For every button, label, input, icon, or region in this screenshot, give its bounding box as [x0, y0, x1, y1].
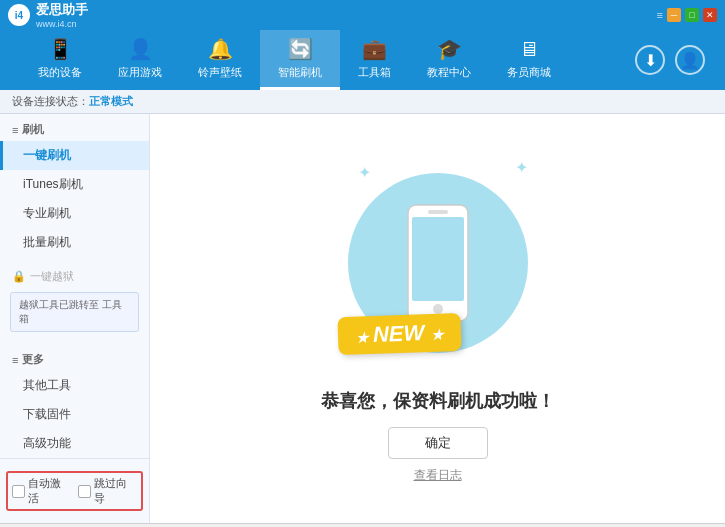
- nav-smart-flash[interactable]: 🔄 智能刷机: [260, 30, 340, 90]
- section-flash-title: ≡ 刷机: [0, 114, 149, 141]
- nav-my-device[interactable]: 📱 我的设备: [20, 30, 100, 90]
- section-more-title: ≡ 更多: [0, 344, 149, 371]
- nav-toolbox[interactable]: 💼 工具箱: [340, 30, 409, 90]
- jailbreak-notice: 越狱工具已跳转至 工具箱: [10, 292, 139, 332]
- device-row: 📱 iPhone 15 Pro Max 512GB iPhone: [0, 515, 149, 523]
- guide-activate-checkbox[interactable]: 跳过向导: [78, 476, 138, 506]
- toolbox-icon: 💼: [362, 37, 387, 61]
- success-illustration: ✦ ✦ NEW: [328, 153, 548, 373]
- sidebar-one-key-flash[interactable]: 一键刷机: [0, 141, 149, 170]
- apps-icon: 👤: [128, 37, 153, 61]
- smart-flash-icon: 🔄: [288, 37, 313, 61]
- sparkle-1: ✦: [358, 163, 371, 182]
- sidebar-advanced[interactable]: 高级功能: [0, 429, 149, 458]
- sidebar-bottom-area: 自动激活 跳过向导 📱 iPhone 15 Pro Max 512GB iPho…: [0, 458, 149, 523]
- activate-options-row: 自动激活 跳过向导: [6, 471, 143, 511]
- nav-bar: 📱 我的设备 👤 应用游戏 🔔 铃声壁纸 🔄 智能刷机 💼 工具箱 🎓 教程中心…: [0, 30, 725, 90]
- sparkle-2: ✦: [515, 158, 528, 177]
- svg-rect-1: [412, 217, 464, 301]
- ok-button[interactable]: 确定: [388, 427, 488, 459]
- sidebar-batch-flash[interactable]: 批量刷机: [0, 228, 149, 257]
- system-bar: i4 爱思助手 www.i4.cn ≡ ─ □ ✕: [0, 0, 725, 30]
- flash-section-icon: ≡: [12, 124, 18, 136]
- sidebar-itunes-flash[interactable]: iTunes刷机: [0, 170, 149, 199]
- device-info: iPhone 15 Pro Max 512GB iPhone: [36, 521, 139, 523]
- logo-area: i4 爱思助手 www.i4.cn: [8, 1, 88, 29]
- sidebar-pro-flash[interactable]: 专业刷机: [0, 199, 149, 228]
- main-panel: ✦ ✦ NEW 恭喜您，保资料刷机成功啦！ 确定 查看日志: [150, 114, 725, 523]
- auto-activate-checkbox[interactable]: 自动激活: [12, 476, 72, 506]
- sidebar-download-fw[interactable]: 下载固件: [0, 400, 149, 429]
- svg-point-2: [433, 304, 443, 314]
- nav-ringtone[interactable]: 🔔 铃声壁纸: [180, 30, 260, 90]
- minimize-button[interactable]: ─: [667, 8, 681, 22]
- content-area: ≡ 刷机 一键刷机 iTunes刷机 专业刷机 批量刷机 🔒 一键越狱 越狱工具…: [0, 114, 725, 523]
- success-message: 恭喜您，保资料刷机成功啦！: [321, 389, 555, 413]
- device-name: iPhone 15 Pro Max: [36, 521, 139, 523]
- tutorial-icon: 🎓: [437, 37, 462, 61]
- sidebar-other-tools[interactable]: 其他工具: [0, 371, 149, 400]
- account-button[interactable]: 👤: [675, 45, 705, 75]
- nav-apps[interactable]: 👤 应用游戏: [100, 30, 180, 90]
- window-controls: ≡ ─ □ ✕: [657, 8, 717, 22]
- close-button[interactable]: ✕: [703, 8, 717, 22]
- nav-tutorial[interactable]: 🎓 教程中心: [409, 30, 489, 90]
- my-device-icon: 📱: [48, 37, 73, 61]
- guide-activate-check[interactable]: [78, 485, 91, 498]
- svg-rect-3: [428, 210, 448, 214]
- new-badge: NEW: [337, 313, 462, 355]
- logo-icon: i4: [8, 4, 30, 26]
- more-section-icon: ≡: [12, 354, 18, 366]
- service-icon: 🖥: [519, 38, 539, 61]
- nav-right-area: ⬇ 👤: [635, 30, 705, 90]
- status-bar: V7.98.66 客服 微信公众号 检查更新: [0, 523, 725, 527]
- auto-activate-check[interactable]: [12, 485, 25, 498]
- sidebar: ≡ 刷机 一键刷机 iTunes刷机 专业刷机 批量刷机 🔒 一键越狱 越狱工具…: [0, 114, 150, 523]
- nav-service[interactable]: 🖥 务员商城: [489, 30, 569, 90]
- section-jailbreak-title: 🔒 一键越狱: [0, 265, 149, 288]
- connection-status-bar: 设备连接状态： 正常模式: [0, 90, 725, 114]
- download-button[interactable]: ⬇: [635, 45, 665, 75]
- view-log-link[interactable]: 查看日志: [414, 467, 462, 484]
- logo-text: 爱思助手 www.i4.cn: [36, 1, 88, 29]
- maximize-button[interactable]: □: [685, 8, 699, 22]
- ringtone-icon: 🔔: [208, 37, 233, 61]
- phone-svg: [403, 203, 473, 323]
